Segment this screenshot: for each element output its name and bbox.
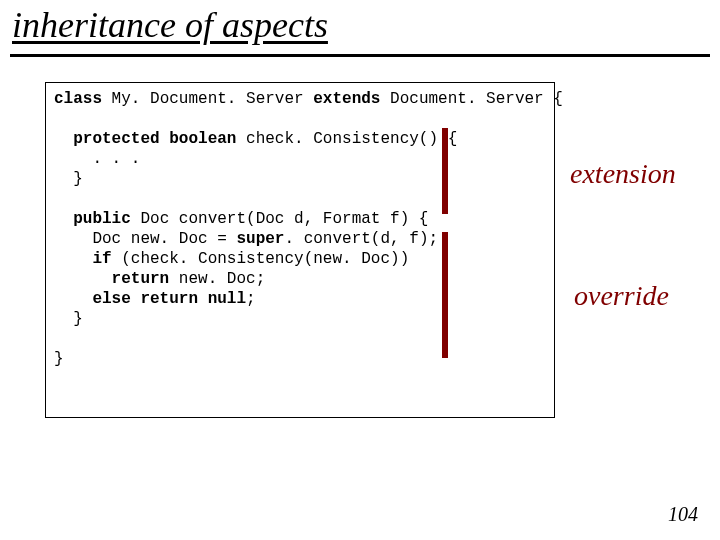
kw-super: super bbox=[236, 230, 284, 248]
code-text: } bbox=[54, 310, 83, 328]
code-text: (check. Consistency(new. Doc)) bbox=[121, 250, 409, 268]
kw-else-return-null: else return null bbox=[54, 290, 246, 308]
slide: inheritance of aspects class My. Documen… bbox=[0, 0, 720, 540]
marker-bar-extension bbox=[442, 128, 448, 214]
kw-extends: extends bbox=[313, 90, 380, 108]
label-extension: extension bbox=[570, 158, 676, 190]
code-block: class My. Document. Server extends Docum… bbox=[54, 89, 546, 369]
code-text: Doc convert(Doc d, Format f) { bbox=[140, 210, 428, 228]
kw-public: public bbox=[54, 210, 140, 228]
kw-class: class bbox=[54, 90, 102, 108]
marker-bar-override bbox=[442, 232, 448, 358]
slide-title: inheritance of aspects bbox=[12, 4, 328, 46]
code-text: My. Document. Server bbox=[102, 90, 313, 108]
code-text: } bbox=[54, 350, 64, 368]
page-number: 104 bbox=[668, 503, 698, 526]
code-text: Doc new. Doc = bbox=[54, 230, 236, 248]
code-text: check. Consistency() { bbox=[236, 130, 457, 148]
code-text: new. Doc; bbox=[179, 270, 265, 288]
code-text: Document. Server { bbox=[380, 90, 562, 108]
code-text: ; bbox=[246, 290, 256, 308]
code-text: . . . bbox=[54, 150, 140, 168]
code-text: . convert(d, f); bbox=[284, 230, 438, 248]
kw-if: if bbox=[54, 250, 121, 268]
kw-protected-boolean: protected boolean bbox=[54, 130, 236, 148]
kw-return: return bbox=[54, 270, 179, 288]
code-text: } bbox=[54, 170, 83, 188]
title-rule bbox=[10, 54, 710, 57]
code-box: class My. Document. Server extends Docum… bbox=[45, 82, 555, 418]
label-override: override bbox=[574, 280, 669, 312]
